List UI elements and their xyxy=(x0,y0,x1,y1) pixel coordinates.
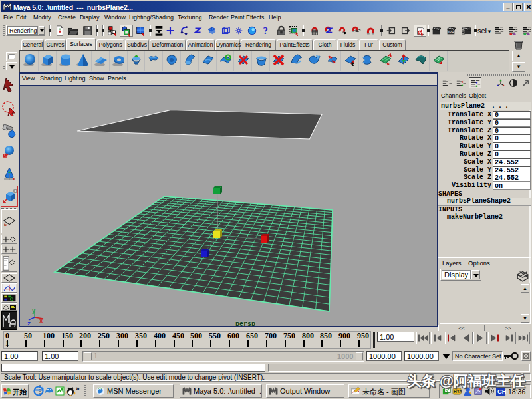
svg-text:z: z xyxy=(27,321,31,326)
svg-text:y: y xyxy=(32,308,36,315)
svg-text:IPR: IPR xyxy=(448,30,454,34)
svg-text:persp: persp xyxy=(235,321,255,326)
svg-text:x: x xyxy=(39,318,43,325)
svg-text:?: ? xyxy=(263,25,269,36)
